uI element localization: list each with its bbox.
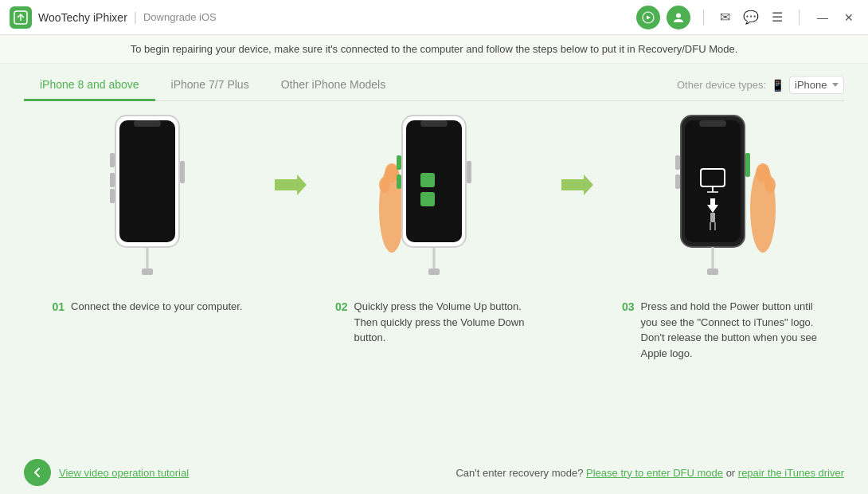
close-button[interactable]: ✕ <box>839 8 858 27</box>
svg-rect-19 <box>420 120 448 127</box>
svg-rect-45 <box>707 269 718 275</box>
app-logo <box>10 6 32 29</box>
minimize-button[interactable]: — <box>812 8 833 27</box>
svg-rect-20 <box>397 155 401 170</box>
title-bar: WooTechy iPhixer | Downgrade iOS ✉ 💬 ☰ —… <box>0 0 868 35</box>
device-type-label: Other device types: <box>677 79 766 91</box>
cant-enter-text: Can't enter recovery mode? <box>456 467 583 479</box>
step-1-block: 01 Connect the device to your computer. <box>24 109 271 322</box>
svg-rect-10 <box>180 161 185 183</box>
step-2-illustration <box>374 109 494 292</box>
svg-rect-24 <box>420 192 435 206</box>
svg-rect-23 <box>420 173 435 187</box>
arrow-2 <box>557 109 597 197</box>
tab-other[interactable]: Other iPhone Models <box>265 70 402 101</box>
svg-rect-7 <box>110 153 115 167</box>
separator2 <box>799 10 800 25</box>
svg-rect-21 <box>397 174 401 189</box>
page-subtitle: Downgrade iOS <box>143 11 217 23</box>
menu-icon[interactable]: ☰ <box>768 6 786 28</box>
footer: View video operation tutorial Can't ente… <box>0 451 868 494</box>
instruction-bar: To begin repairing your device, make sur… <box>0 35 868 64</box>
svg-rect-12 <box>142 269 153 275</box>
svg-rect-35 <box>675 174 680 189</box>
steps-container: 01 Connect the device to your computer. <box>24 101 844 451</box>
itunes-link[interactable]: repair the iTunes driver <box>738 467 844 479</box>
footer-right: Can't enter recovery mode? Please try to… <box>456 467 844 479</box>
step-2-desc: 02 Quickly press the Volume Up button. T… <box>323 292 545 352</box>
svg-rect-32 <box>685 120 741 242</box>
arrow-1 <box>271 109 311 197</box>
tab-iphone8[interactable]: iPhone 8 and above <box>24 70 155 101</box>
instruction-text: To begin repairing your device, make sur… <box>131 43 738 55</box>
step-3-block: 03 Press and hold the Power button until… <box>597 109 844 367</box>
phone-icon: 📱 <box>771 79 784 92</box>
device-type-dropdown[interactable]: iPhone iPad iPod <box>789 76 844 94</box>
svg-point-30 <box>764 177 776 193</box>
svg-rect-33 <box>699 120 726 127</box>
svg-rect-41 <box>710 213 715 222</box>
tab-iphone7[interactable]: iPhone 7/7 Plus <box>155 70 265 101</box>
main-content: iPhone 8 and above iPhone 7/7 Plus Other… <box>0 64 868 451</box>
step-3-num: 03 <box>622 299 635 316</box>
mail-icon[interactable]: ✉ <box>717 6 733 28</box>
svg-rect-36 <box>745 153 750 177</box>
title-icons: ✉ 💬 ☰ — ✕ <box>636 6 858 29</box>
svg-rect-22 <box>467 161 471 183</box>
svg-point-16 <box>379 177 390 193</box>
step-2-text: Quickly press the Volume Up button. Then… <box>354 299 533 346</box>
footer-left: View video operation tutorial <box>24 459 189 486</box>
chat-icon[interactable]: 💬 <box>740 6 762 28</box>
step-3-desc: 03 Press and hold the Power button until… <box>609 292 832 367</box>
user-icon[interactable] <box>667 6 690 29</box>
step-3-text: Press and hold the Power button until yo… <box>641 299 819 361</box>
title-separator: | <box>134 10 137 25</box>
svg-rect-9 <box>110 189 115 203</box>
svg-marker-27 <box>561 174 593 195</box>
step-2-num: 02 <box>335 299 348 316</box>
step-3-illustration <box>661 109 780 292</box>
svg-point-3 <box>676 13 681 18</box>
svg-rect-26 <box>428 269 440 275</box>
step-1-text: Connect the device to your computer. <box>71 299 242 315</box>
step-1-desc: 01 Connect the device to your computer. <box>40 292 256 322</box>
svg-rect-6 <box>134 120 161 127</box>
svg-rect-34 <box>675 155 680 170</box>
or-text: or <box>726 467 736 479</box>
music-icon[interactable] <box>636 6 660 29</box>
device-type-selector: Other device types: 📱 iPhone iPad iPod <box>677 76 844 100</box>
step-1-illustration <box>88 109 207 292</box>
separator <box>703 10 704 25</box>
back-button[interactable] <box>24 459 51 486</box>
tutorial-link[interactable]: View video operation tutorial <box>59 467 189 479</box>
app-name: WooTechy iPhixer <box>38 11 127 24</box>
dfu-mode-link[interactable]: Please try to enter DFU mode <box>586 467 723 479</box>
svg-rect-8 <box>110 173 115 187</box>
step-2-block: 02 Quickly press the Volume Up button. T… <box>311 109 557 352</box>
tabs-bar: iPhone 8 and above iPhone 7/7 Plus Other… <box>24 64 844 101</box>
svg-marker-13 <box>275 174 307 195</box>
step-1-num: 01 <box>53 299 65 316</box>
svg-rect-5 <box>119 120 175 242</box>
